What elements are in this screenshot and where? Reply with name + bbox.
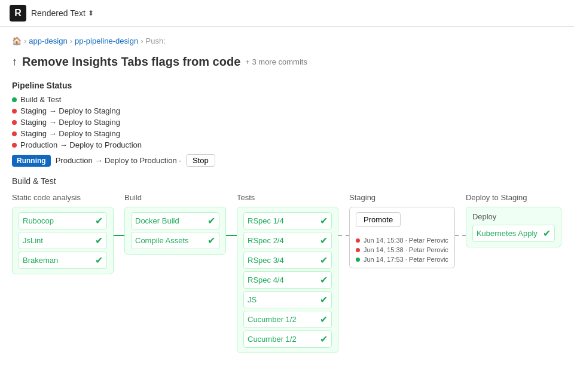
breadcrumb-sep3: › (141, 36, 143, 45)
deploy-label: Deploy to Staging (466, 193, 527, 202)
breadcrumb-pp-pipeline[interactable]: pp-pipeline-design (75, 36, 138, 45)
breadcrumb: 🏠 › app-design › pp-pipeline-design › Pu… (12, 36, 562, 45)
stage-deploy: Deploy to Staging Deploy Kubernetes Appl… (466, 193, 561, 247)
up-arrow-icon: ↑ (12, 56, 17, 68)
stage-staging: Staging Promote Jun 14, 15:38 · Petar Pe… (349, 193, 455, 268)
promote-button[interactable]: Promote (356, 212, 401, 227)
breadcrumb-sep2: › (70, 36, 72, 45)
deploy-box: Deploy Kubernetes Apply ✔ (466, 207, 561, 247)
job-rspec2-name: RSpec 2/4 (248, 236, 284, 245)
status-dot-3 (12, 120, 17, 125)
job-rspec-2[interactable]: RSpec 2/4 ✔ (243, 232, 332, 249)
home-icon: 🏠 (12, 36, 22, 45)
job-jslint-name: JsLint (23, 236, 43, 245)
staging-event-dot-1 (356, 238, 360, 243)
tests-box: RSpec 1/4 ✔ RSpec 2/4 ✔ RSpec 3/4 ✔ RSpe… (237, 207, 338, 353)
staging-event-text-3: Jun 14, 17:53 · Petar Perovic (364, 256, 448, 263)
job-cucumber2-name: Cucumber 1/2 (248, 335, 297, 344)
jslint-check-icon: ✔ (95, 235, 103, 246)
job-kubernetes-name: Kubernetes Apply (477, 229, 538, 238)
stage-build: Build Docker Build ✔ Compile Assets ✔ (124, 193, 226, 255)
stage-tests: Tests RSpec 1/4 ✔ RSpec 2/4 ✔ RSpec 3/4 … (237, 193, 338, 353)
job-js[interactable]: JS ✔ (243, 291, 332, 308)
status-dot-2 (12, 109, 17, 114)
job-rubocop[interactable]: Rubocop ✔ (19, 212, 107, 229)
breadcrumb-separator: › (24, 36, 26, 45)
connector-4 (455, 193, 466, 236)
status-dot-1 (12, 97, 17, 102)
status-label-2: Staging → Deploy to Staging (20, 106, 120, 115)
connector-line-2 (226, 235, 237, 236)
status-list: Build & Test Staging → Deploy to Staging… (12, 95, 562, 149)
kubernetes-check-icon: ✔ (543, 228, 551, 239)
deploy-label-suffix: to Staging (492, 193, 527, 202)
job-rspec4-name: RSpec 4/4 (248, 275, 284, 284)
staging-event-3: Jun 14, 17:53 · Petar Perovic (356, 256, 448, 263)
job-cucumber1-name: Cucumber 1/2 (248, 315, 297, 324)
job-docker-build-name: Docker Build (135, 216, 179, 225)
status-label-5: Production → Deploy to Production (20, 140, 142, 149)
job-rspec1-name: RSpec 1/4 (248, 216, 284, 225)
page-title: Remove Insights Tabs flags from code (22, 55, 240, 69)
rspec3-check-icon: ✔ (320, 255, 328, 266)
status-item-2: Staging → Deploy to Staging (12, 106, 562, 115)
connector-3 (338, 193, 349, 236)
status-item-5: Production → Deploy to Production (12, 140, 562, 149)
rspec1-check-icon: ✔ (320, 215, 328, 226)
job-kubernetes[interactable]: Kubernetes Apply ✔ (472, 225, 555, 242)
breadcrumb-app-design[interactable]: app-design (29, 36, 67, 45)
staging-event-text-1: Jun 14, 15:38 · Petar Perovic (364, 237, 448, 244)
job-rspec-1[interactable]: RSpec 1/4 ✔ (243, 212, 332, 229)
connector-line-3 (338, 235, 349, 236)
page-title-row: ↑ Remove Insights Tabs flags from code +… (12, 55, 562, 69)
build-test-section-label: Build & Test (12, 176, 562, 186)
stop-button[interactable]: Stop (186, 154, 215, 167)
staging-label: Staging (349, 193, 375, 202)
running-bar: Running Production → Deploy to Productio… (12, 154, 562, 167)
status-dot-5 (12, 143, 17, 148)
job-rubocop-name: Rubocop (23, 216, 54, 225)
deploy-label-prefix: Deploy (466, 193, 490, 202)
job-brakeman[interactable]: Brakeman ✔ (19, 252, 107, 269)
pipeline-status-heading: Pipeline Status (12, 81, 562, 90)
staging-event-dot-2 (356, 248, 360, 252)
staging-box: Promote Jun 14, 15:38 · Petar Perovic Ju… (349, 207, 455, 268)
job-compile-assets[interactable]: Compile Assets ✔ (131, 232, 219, 249)
job-rspec-3[interactable]: RSpec 3/4 ✔ (243, 252, 332, 269)
connector-2 (226, 193, 237, 236)
connector-line-4 (455, 235, 466, 236)
job-docker-build[interactable]: Docker Build ✔ (131, 212, 219, 229)
running-text: Production → Deploy to Production · (56, 156, 181, 165)
staging-event-1: Jun 14, 15:38 · Petar Perovic (356, 237, 448, 244)
static-code-box: Rubocop ✔ JsLint ✔ Brakeman ✔ (12, 207, 114, 274)
status-label-4: Staging → Deploy to Staging (20, 129, 120, 138)
rspec4-check-icon: ✔ (320, 274, 328, 286)
pipeline-status-section: Pipeline Status Build & Test Staging → D… (12, 81, 562, 167)
brakeman-check-icon: ✔ (95, 255, 103, 266)
status-item-3: Staging → Deploy to Staging (12, 118, 562, 127)
staging-events: Jun 14, 15:38 · Petar Perovic Jun 14, 15… (356, 237, 448, 263)
status-label-1: Build & Test (20, 95, 61, 104)
job-cucumber-2[interactable]: Cucumber 1/2 ✔ (243, 330, 332, 348)
status-dot-4 (12, 131, 17, 136)
staging-event-dot-3 (356, 258, 360, 262)
app-select-icon[interactable]: ⬍ (88, 9, 94, 17)
running-badge: Running (12, 155, 51, 167)
cucumber1-check-icon: ✔ (320, 314, 328, 325)
staging-event-2: Jun 14, 15:38 · Petar Perovic (356, 246, 448, 253)
rubocop-check-icon: ✔ (95, 215, 103, 226)
js-check-icon: ✔ (320, 294, 328, 305)
job-brakeman-name: Brakeman (23, 256, 58, 265)
job-rspec3-name: RSpec 3/4 (248, 256, 284, 265)
job-rspec-4[interactable]: RSpec 4/4 ✔ (243, 271, 332, 289)
stage-static-code: Static code analysis Rubocop ✔ JsLint ✔ … (12, 193, 114, 274)
top-bar: R Rendered Text ⬍ (0, 0, 574, 27)
logo-letter: R (14, 8, 22, 19)
build-label: Build (124, 193, 142, 202)
job-js-name: JS (248, 295, 257, 304)
job-cucumber-1[interactable]: Cucumber 1/2 ✔ (243, 311, 332, 328)
job-jslint[interactable]: JsLint ✔ (19, 232, 107, 249)
compile-check-icon: ✔ (207, 235, 215, 246)
status-item-1: Build & Test (12, 95, 562, 104)
pipeline-grid: Static code analysis Rubocop ✔ JsLint ✔ … (12, 193, 562, 353)
